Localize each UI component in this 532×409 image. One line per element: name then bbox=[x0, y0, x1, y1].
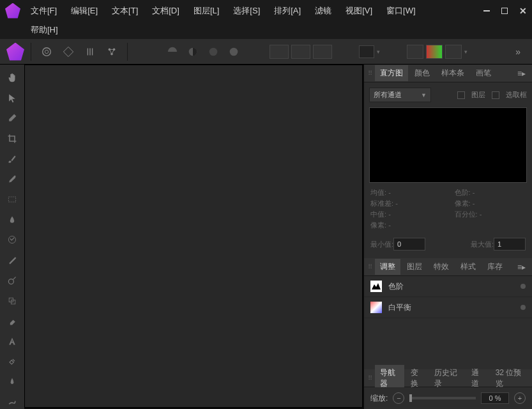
svg-rect-2 bbox=[63, 47, 73, 56]
persona-liquify-icon[interactable] bbox=[38, 43, 56, 61]
tab-swatches[interactable]: 样本条 bbox=[436, 65, 469, 81]
right-panels: ⠿ 直方图 颜色 样本条 画笔 ≡▸ 所有通道 ▼ 图层 选取框 均值: - bbox=[364, 65, 532, 409]
svg-rect-9 bbox=[8, 197, 15, 202]
maximize-icon[interactable] bbox=[501, 8, 508, 14]
close-icon[interactable]: ✕ bbox=[519, 6, 527, 16]
force-pixel-icon[interactable] bbox=[407, 45, 423, 59]
auto-wb-icon[interactable] bbox=[225, 43, 243, 61]
pen-tool-icon[interactable] bbox=[5, 253, 19, 267]
toolbar-overflow-icon[interactable]: » bbox=[510, 47, 526, 57]
levels-icon bbox=[370, 281, 382, 292]
checkbox-layer-label: 图层 bbox=[471, 90, 485, 100]
adjustment-levels[interactable]: 色阶 bbox=[364, 276, 532, 297]
smudge-tool-icon[interactable] bbox=[5, 395, 19, 409]
move-tool-icon[interactable] bbox=[5, 91, 19, 105]
marquee-tool-icon[interactable] bbox=[5, 192, 19, 206]
assistant-icon[interactable] bbox=[426, 45, 443, 59]
persona-tone-icon[interactable] bbox=[81, 43, 99, 61]
tab-stock[interactable]: 库存 bbox=[482, 259, 508, 275]
preset-dot-icon bbox=[521, 284, 526, 289]
svg-rect-14 bbox=[370, 281, 382, 292]
max-label: 最大值: bbox=[471, 240, 494, 249]
erase-tool-icon[interactable] bbox=[5, 314, 19, 328]
min-label: 最小值: bbox=[370, 240, 393, 249]
panel-grip-icon[interactable]: ⠿ bbox=[368, 374, 371, 382]
tab-fx[interactable]: 特效 bbox=[429, 259, 454, 275]
text-tool-icon[interactable] bbox=[5, 334, 19, 348]
menu-window[interactable]: 窗口[W] bbox=[386, 5, 416, 17]
persona-develop-icon[interactable] bbox=[59, 43, 77, 61]
panel-menu-icon[interactable]: ≡▸ bbox=[515, 69, 528, 78]
panel-menu-icon[interactable]: ≡▸ bbox=[515, 263, 528, 272]
gradient-tool-icon[interactable] bbox=[5, 233, 19, 247]
menu-document[interactable]: 文档[D] bbox=[152, 5, 179, 17]
menu-edit[interactable]: 编辑[E] bbox=[71, 5, 98, 17]
persona-export-icon[interactable] bbox=[103, 43, 121, 61]
tab-color[interactable]: 颜色 bbox=[409, 65, 435, 81]
show-guides-icon[interactable] bbox=[291, 45, 310, 59]
minimize-icon[interactable] bbox=[483, 10, 490, 12]
persona-photo-icon[interactable] bbox=[6, 43, 24, 61]
menu-arrange[interactable]: 排列[A] bbox=[274, 5, 301, 17]
app-logo-icon bbox=[5, 3, 20, 19]
tab-brushes[interactable]: 画笔 bbox=[471, 65, 496, 81]
max-input[interactable] bbox=[494, 238, 526, 251]
tool-palette bbox=[0, 65, 24, 409]
min-input[interactable] bbox=[393, 238, 425, 251]
tab-histogram[interactable]: 直方图 bbox=[375, 65, 408, 81]
menu-file[interactable]: 文件[F] bbox=[31, 5, 57, 17]
hand-tool-icon[interactable] bbox=[5, 71, 19, 85]
dropdown-arrow-icon: ▼ bbox=[421, 92, 427, 98]
zoom-value[interactable]: 0 % bbox=[481, 392, 509, 404]
adjustments-panel-tabs: ⠿ 调整 图层 特效 样式 库存 ≡▸ bbox=[364, 258, 532, 276]
preset-dot-icon bbox=[521, 305, 526, 310]
flood-fill-tool-icon[interactable] bbox=[5, 213, 19, 227]
menu-layer[interactable]: 图层[L] bbox=[194, 5, 219, 17]
tab-styles[interactable]: 样式 bbox=[455, 259, 481, 275]
blur-tool-icon[interactable] bbox=[5, 375, 19, 389]
toolbar-group-assist: ▾ bbox=[407, 45, 467, 59]
color-picker-tool-icon[interactable] bbox=[5, 111, 19, 125]
tab-adjustments[interactable]: 调整 bbox=[375, 259, 400, 275]
auto-contrast-icon[interactable] bbox=[184, 43, 202, 61]
checkbox-marquee[interactable] bbox=[492, 91, 499, 99]
menu-view[interactable]: 视图[V] bbox=[346, 5, 372, 17]
channel-dropdown[interactable]: 所有通道 ▼ bbox=[369, 88, 431, 102]
assistant-opts-icon[interactable] bbox=[445, 45, 462, 59]
navigator-panel-tabs: ⠿ 导航器 变换 历史记录 通道 32 位预览 bbox=[364, 369, 532, 387]
crop-tool-icon[interactable] bbox=[5, 132, 19, 146]
dodge-tool-icon[interactable] bbox=[5, 274, 19, 288]
document-canvas[interactable] bbox=[24, 65, 363, 408]
histogram-panel-body: 所有通道 ▼ 图层 选取框 均值: - 色阶: - 标准差: - 像素: - 中… bbox=[364, 82, 532, 258]
adjustment-wb-label: 白平衡 bbox=[388, 302, 514, 313]
menu-text[interactable]: 文本[T] bbox=[112, 5, 138, 17]
show-grid-icon[interactable] bbox=[270, 45, 289, 59]
toolbar-group-snap: ▾ bbox=[359, 45, 380, 58]
adjustment-white-balance[interactable]: 白平衡 bbox=[364, 297, 532, 318]
svg-point-11 bbox=[8, 279, 13, 284]
zoom-slider[interactable] bbox=[409, 397, 476, 399]
navigator-panel-body: 缩放: − 0 % + bbox=[364, 387, 532, 409]
snap-toggle-icon[interactable] bbox=[359, 45, 374, 58]
toolbar: ▾ ▾ » bbox=[0, 39, 532, 65]
svg-point-0 bbox=[43, 47, 51, 56]
selection-brush-icon[interactable] bbox=[5, 173, 19, 187]
panel-grip-icon[interactable]: ⠿ bbox=[368, 70, 371, 77]
zoom-out-button[interactable]: − bbox=[393, 392, 404, 404]
brush-tool-icon[interactable] bbox=[5, 152, 19, 166]
show-margins-icon[interactable] bbox=[313, 45, 332, 59]
healing-tool-icon[interactable] bbox=[5, 355, 19, 369]
auto-levels-icon[interactable] bbox=[163, 43, 181, 61]
clone-tool-icon[interactable] bbox=[5, 294, 19, 308]
zoom-in-button[interactable]: + bbox=[514, 392, 526, 404]
titlebar: 文件[F] 编辑[E] 文本[T] 文档[D] 图层[L] 选择[S] 排列[A… bbox=[0, 0, 532, 21]
adjustments-panel-body: 色阶 白平衡 bbox=[364, 276, 532, 318]
menu-filters[interactable]: 滤镜 bbox=[315, 5, 331, 17]
checkbox-layer[interactable] bbox=[457, 91, 465, 99]
tab-layers[interactable]: 图层 bbox=[402, 259, 427, 275]
menu-help[interactable]: 帮助[H] bbox=[31, 24, 58, 36]
menu-select[interactable]: 选择[S] bbox=[233, 5, 260, 17]
auto-colors-icon[interactable] bbox=[204, 43, 222, 61]
panel-grip-icon[interactable]: ⠿ bbox=[368, 263, 371, 270]
main-menu: 文件[F] 编辑[E] 文本[T] 文档[D] 图层[L] 选择[S] 排列[A… bbox=[31, 5, 483, 17]
